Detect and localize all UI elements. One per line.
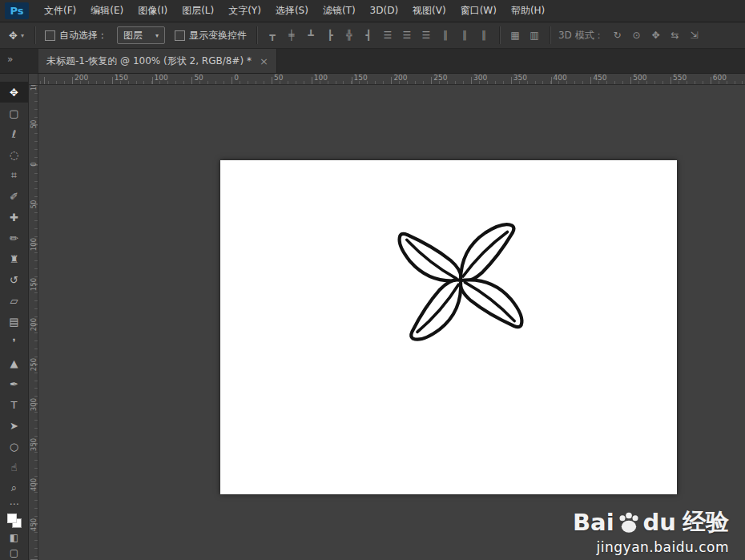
brand-text-cn: 经验 <box>683 506 729 538</box>
align-left-edges-icon[interactable]: ┣ <box>321 26 339 44</box>
move-tool[interactable]: ✥ <box>0 82 28 103</box>
eyedropper-tool[interactable]: ✐ <box>0 186 28 207</box>
rectangular-marquee-tool[interactable]: ▢ <box>0 103 28 123</box>
ellipse-tool[interactable]: ○ <box>0 436 28 457</box>
eraser-tool[interactable]: ▱ <box>0 290 28 311</box>
menu-item[interactable]: 3D(D) <box>363 0 405 22</box>
ruler-tick-label: 400 <box>29 472 38 498</box>
3d-drag-icon[interactable]: ✥ <box>647 26 665 44</box>
menu-item[interactable]: 视图(V) <box>405 0 453 22</box>
menu-item[interactable]: 滤镜(T) <box>316 0 363 22</box>
menu-item[interactable]: 帮助(H) <box>504 0 552 22</box>
vertical-ruler: 100 50 0 50 100 150 200 250 300 350 400 … <box>29 85 38 560</box>
separator <box>550 26 550 44</box>
collapse-panels-button[interactable]: » <box>4 52 16 66</box>
foreground-color-swatch[interactable] <box>7 514 17 523</box>
ruler-tick-label: 400 <box>551 74 567 82</box>
tool-icon: ⌕ <box>11 481 17 494</box>
tools-panel-footer: ⋯ ◧ ▢ <box>0 498 28 558</box>
history-brush-tool[interactable]: ↺ <box>0 269 28 290</box>
ruler-tick-label: 550 <box>670 74 687 82</box>
auto-align-layers-icon[interactable]: ▦ <box>506 26 524 44</box>
hand-tool[interactable]: ☝ <box>0 457 28 477</box>
screen-mode-icon[interactable]: ▢ <box>10 547 18 558</box>
distribute-vertical-centers-icon[interactable]: ☰ <box>398 26 416 44</box>
3d-mode-icons-group: ↻ ⊙ ✥ ⇆ ⇲ <box>609 26 703 44</box>
canvas-area[interactable] <box>38 85 745 560</box>
baidu-brand: Bai du 经验 <box>573 506 729 538</box>
align-right-edges-icon[interactable]: ┫ <box>360 26 377 44</box>
distribute-top-edges-icon[interactable]: ☰ <box>379 26 397 44</box>
show-transform-controls-checkbox[interactable]: 显示变换控件 <box>175 29 247 42</box>
align-bottom-edges-icon[interactable]: ┻ <box>302 26 320 44</box>
move-tool-icon: ✥ <box>9 30 18 42</box>
ruler-tick-label: 100 <box>29 232 38 257</box>
menu-item[interactable]: 图层(L) <box>175 0 221 22</box>
ruler-tick-label: 500 <box>630 74 646 82</box>
auto-select-target-dropdown[interactable]: 图层 ▾ <box>117 26 165 44</box>
ruler-tick-label: 0 <box>232 74 239 82</box>
3d-roll-icon[interactable]: ⊙ <box>628 26 646 44</box>
spot-healing-brush-tool[interactable]: ✚ <box>0 207 28 228</box>
close-icon[interactable]: × <box>260 55 268 67</box>
crop-tool[interactable]: ⌗ <box>0 165 28 186</box>
3d-rotate-icon[interactable]: ↻ <box>609 26 626 44</box>
zoom-tool[interactable]: ⌕ <box>0 477 28 498</box>
checkbox-icon[interactable] <box>175 30 185 41</box>
menu-item[interactable]: 图像(I) <box>131 0 175 22</box>
menu-item[interactable]: 编辑(E) <box>83 0 131 22</box>
brush-tool[interactable]: ✏ <box>0 228 28 248</box>
document-tab-title: 未标题-1-恢复的 @ 100% (形状 2, RGB/8#) * <box>46 54 252 68</box>
tool-icon: ⌗ <box>11 169 17 182</box>
menu-item[interactable]: 文件(F) <box>37 0 83 22</box>
quick-selection-tool[interactable]: ◌ <box>0 144 28 165</box>
type-tool[interactable]: T <box>0 394 28 415</box>
separator <box>256 26 257 44</box>
document-canvas[interactable] <box>220 160 677 494</box>
clone-stamp-tool[interactable]: ♜ <box>0 248 28 269</box>
tool-icon: ▱ <box>10 295 18 307</box>
tool-icon: ↺ <box>10 274 18 286</box>
menu-item[interactable]: 选择(S) <box>268 0 316 22</box>
more-tools-icon[interactable]: ⋯ <box>10 498 19 510</box>
menu-item[interactable]: 文字(Y) <box>221 0 268 22</box>
align-top-edges-icon[interactable]: ┳ <box>264 26 281 44</box>
horizontal-ruler: 200 150 100 50 0 50 100 150 200 250 300 … <box>38 74 745 85</box>
lasso-tool[interactable]: ℓ <box>0 123 28 144</box>
distribute-right-edges-icon[interactable]: ‖ <box>475 26 493 44</box>
align-vertical-centers-icon[interactable]: ╪ <box>283 26 300 44</box>
distribute-bottom-edges-icon[interactable]: ☰ <box>417 26 435 44</box>
3d-slide-icon[interactable]: ⇆ <box>666 26 684 44</box>
distribute-left-edges-icon[interactable]: ‖ <box>437 26 454 44</box>
tool-icon: ▲ <box>10 357 18 369</box>
tool-preset-picker[interactable]: ✥ ▾ <box>5 26 28 45</box>
pen-tool[interactable]: ✒ <box>0 373 28 394</box>
3d-scale-icon[interactable]: ⇲ <box>686 26 703 44</box>
path-selection-tool[interactable]: ➤ <box>0 415 28 436</box>
tool-icon: ✐ <box>10 191 18 203</box>
distribute-horizontal-centers-icon[interactable]: ‖ <box>456 26 473 44</box>
gradient-tool[interactable]: ▤ <box>0 311 28 332</box>
dodge-tool[interactable]: ▲ <box>0 353 28 373</box>
watermark-url: jingyan.baidu.com <box>573 539 729 555</box>
flower-drawing <box>377 200 545 361</box>
auto-distribute-icon[interactable]: ▥ <box>526 26 543 44</box>
show-transform-controls-label: 显示变换控件 <box>189 29 247 42</box>
document-tab-bar: » 未标题-1-恢复的 @ 100% (形状 2, RGB/8#) * × <box>0 49 745 74</box>
ruler-corner <box>29 74 38 85</box>
auto-select-label: 自动选择： <box>59 29 107 42</box>
align-horizontal-centers-icon[interactable]: ╬ <box>340 26 358 44</box>
dropdown-value: 图层 <box>123 29 143 42</box>
ruler-tick-label: 100 <box>312 74 328 82</box>
auto-select-checkbox[interactable]: 自动选择： <box>45 29 107 42</box>
ruler-tick-label: 50 <box>29 111 38 137</box>
brand-text-left: Bai <box>573 509 614 536</box>
blur-tool[interactable]: ❜ <box>0 332 28 353</box>
ruler-tick-label: 600 <box>711 74 727 82</box>
quick-mask-icon[interactable]: ◧ <box>10 532 18 543</box>
checkbox-icon[interactable] <box>45 30 55 41</box>
color-swatches[interactable] <box>7 514 22 528</box>
ruler-tick-label: 200 <box>72 74 88 82</box>
document-tab[interactable]: 未标题-1-恢复的 @ 100% (形状 2, RGB/8#) * × <box>38 49 277 73</box>
menu-item[interactable]: 窗口(W) <box>453 0 504 22</box>
